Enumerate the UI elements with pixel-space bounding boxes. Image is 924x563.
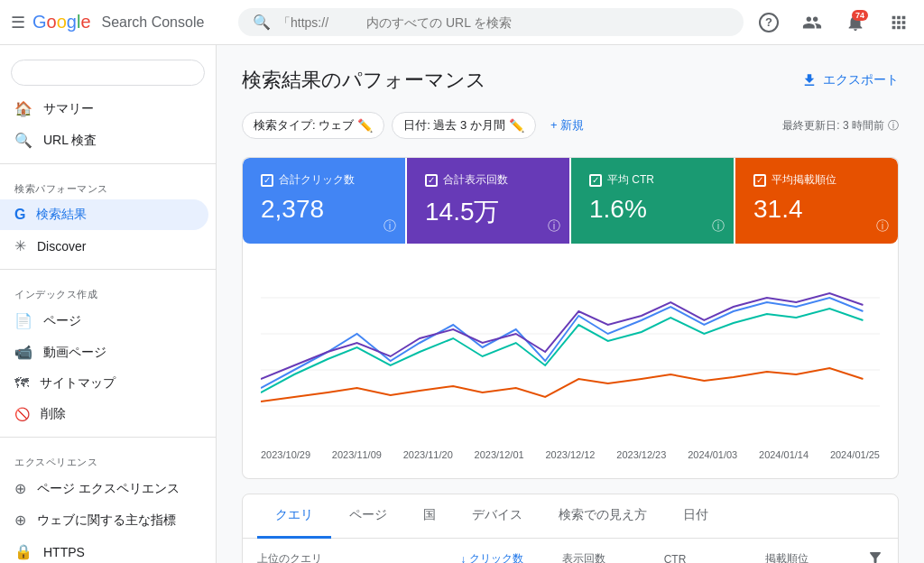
search-input[interactable] [278, 15, 729, 30]
sidebar-item-summary[interactable]: 🏠 サマリー [0, 93, 208, 125]
metric-cards-wrapper: 合計クリック数 2,378 ⓘ 合計表示回数 14.5万 ⓘ [242, 157, 899, 244]
position-help[interactable]: ⓘ [876, 218, 889, 235]
tab-page[interactable]: ページ [331, 494, 405, 539]
filters-bar: 検索タイプ: ウェブ ✏️ 日付: 過去 3 か月間 ✏️ + 新規 最終更新日… [242, 112, 899, 139]
menu-icon[interactable]: ☰ [11, 13, 25, 32]
tab-device[interactable]: デバイス [454, 494, 541, 539]
tab-page-label: ページ [349, 507, 387, 521]
sidebar-item-page-experience[interactable]: ⊕ ページ エクスペリエンス [0, 473, 208, 504]
x-label-5: 2023/12/23 [616, 449, 666, 460]
sidebar-item-search-results-label: 検索結果 [36, 207, 87, 223]
position-label-row: 平均掲載順位 [753, 172, 880, 188]
last-update-text: 最終更新日: 3 時間前 [782, 118, 884, 134]
ctr-label: 平均 CTR [607, 172, 654, 188]
sidebar-item-url-label: URL 検査 [43, 133, 97, 149]
col-clicks-text: クリック数 [469, 551, 523, 563]
x-label-3: 2023/12/01 [475, 449, 524, 460]
section-search-performance: 検索パフォーマンス [0, 171, 216, 199]
search-type-label: 検索タイプ: ウェブ [254, 117, 354, 134]
sidebar-divider-1 [0, 163, 216, 164]
x-label-2: 2023/11/20 [403, 449, 453, 460]
tab-device-label: デバイス [472, 507, 522, 521]
tab-appearance[interactable]: 検索での見え方 [541, 494, 665, 539]
last-update: 最終更新日: 3 時間前 ⓘ [782, 118, 899, 134]
page-header: 検索結果のパフォーマンス エクスポート [242, 67, 899, 94]
col-header-position: 掲載順位 [765, 551, 867, 563]
help-button[interactable]: ? [754, 8, 783, 37]
sidebar-item-pages[interactable]: 📄 ページ [0, 305, 208, 337]
vitals-icon: ⊕ [14, 512, 26, 529]
tab-country[interactable]: 国 [405, 494, 454, 539]
download-icon [801, 72, 818, 88]
header: ☰ Google Search Console 🔍 ? 74 [0, 0, 924, 45]
help-icon: ? [759, 13, 779, 32]
ctr-checkbox[interactable] [589, 174, 602, 187]
new-filter-button[interactable]: + 新規 [543, 113, 591, 138]
x-label-7: 2024/01/14 [759, 449, 808, 460]
sidebar-divider-2 [0, 269, 216, 270]
header-logo: ☰ Google Search Console [11, 12, 227, 32]
filter-icon-button[interactable] [867, 549, 883, 563]
search-icon: 🔍 [253, 14, 271, 31]
sidebar-item-sitemap-label: サイトマップ [40, 375, 116, 392]
col-header-clicks[interactable]: ↓ クリック数 [460, 551, 562, 563]
impressions-help[interactable]: ⓘ [548, 218, 560, 235]
sidebar-search-input[interactable] [11, 60, 205, 86]
tab-country-label: 国 [423, 507, 436, 521]
people-icon [802, 13, 822, 32]
discover-icon: ✳ [14, 237, 26, 254]
sidebar-item-removal-label: 削除 [41, 406, 66, 422]
impressions-checkbox[interactable] [425, 174, 438, 187]
export-button[interactable]: エクスポート [801, 72, 899, 88]
sidebar-item-discover[interactable]: ✳ Discover [0, 230, 208, 262]
impressions-value: 14.5万 [425, 195, 551, 229]
notification-badge: 74 [852, 10, 868, 21]
apps-icon [889, 13, 909, 32]
position-card[interactable]: 平均掲載順位 31.4 ⓘ [735, 158, 898, 244]
clicks-card[interactable]: 合計クリック数 2,378 ⓘ [243, 158, 405, 244]
notification-button[interactable]: 74 [841, 8, 870, 37]
sidebar-item-core-vitals[interactable]: ⊕ ウェブに関する主な指標 [0, 504, 208, 536]
tab-date[interactable]: 日付 [665, 494, 726, 539]
filter-icon [867, 549, 883, 563]
sidebar-item-sitemap[interactable]: 🗺 サイトマップ [0, 368, 208, 399]
lock-icon: 🔒 [14, 543, 32, 560]
info-icon[interactable]: ⓘ [888, 118, 899, 134]
tab-query-label: クエリ [275, 507, 313, 521]
sidebar-item-experience-label: ページ エクスペリエンス [37, 481, 180, 497]
apps-button[interactable] [884, 8, 913, 37]
impressions-card[interactable]: 合計表示回数 14.5万 ⓘ [407, 158, 569, 244]
people-button[interactable] [798, 8, 827, 37]
sidebar-item-removal[interactable]: 🚫 削除 [0, 399, 208, 429]
app-name: Search Console [102, 14, 205, 31]
clicks-checkbox[interactable] [261, 174, 273, 187]
chart-container: 2023/10/29 2023/11/09 2023/11/20 2023/12… [242, 244, 899, 479]
google-g-icon: G [14, 207, 25, 223]
sidebar: 🏠 サマリー 🔍 URL 検査 検索パフォーマンス G 検索結果 ✳ Disco… [0, 45, 217, 563]
x-label-8: 2024/01/25 [830, 449, 880, 460]
col-header-impressions: 表示回数 [562, 551, 664, 563]
sitemap-icon: 🗺 [14, 375, 29, 392]
layout: 🏠 サマリー 🔍 URL 検査 検索パフォーマンス G 検索結果 ✳ Disco… [0, 0, 924, 563]
sidebar-item-search-results[interactable]: G 検索結果 [0, 199, 208, 230]
search-icon: 🔍 [14, 132, 32, 149]
x-label-1: 2023/11/09 [332, 449, 382, 460]
impressions-label: 合計表示回数 [443, 172, 508, 188]
tab-query[interactable]: クエリ [257, 494, 331, 539]
ctr-card[interactable]: 平均 CTR 1.6% ⓘ [571, 158, 734, 244]
sidebar-item-https[interactable]: 🔒 HTTPS [0, 536, 208, 563]
search-type-filter[interactable]: 検索タイプ: ウェブ ✏️ [242, 112, 384, 139]
section-index: インデックス作成 [0, 277, 216, 305]
ctr-help[interactable]: ⓘ [712, 218, 725, 235]
metric-cards: 合計クリック数 2,378 ⓘ 合計表示回数 14.5万 ⓘ [243, 158, 898, 244]
search-bar[interactable]: 🔍 [238, 8, 744, 36]
chart-area [261, 262, 880, 442]
page-title: 検索結果のパフォーマンス [242, 67, 486, 94]
edit-icon-2: ✏️ [509, 118, 524, 133]
date-filter[interactable]: 日付: 過去 3 か月間 ✏️ [392, 112, 536, 139]
position-checkbox[interactable] [753, 174, 766, 187]
sidebar-item-video-pages[interactable]: 📹 動画ページ [0, 337, 208, 368]
sidebar-item-url-inspection[interactable]: 🔍 URL 検査 [0, 125, 208, 156]
sidebar-search-container [0, 52, 216, 93]
clicks-help[interactable]: ⓘ [383, 218, 396, 235]
